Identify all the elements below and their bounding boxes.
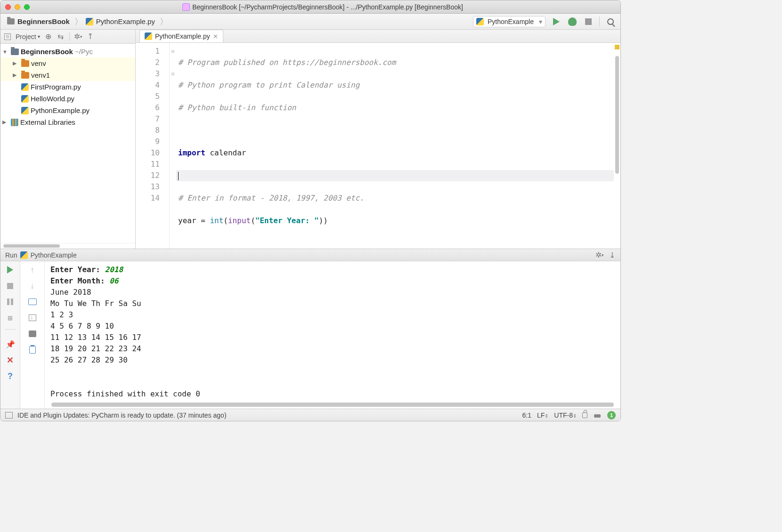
status-right: 6:1 LF⇕ UTF-8⇕ 1 [522, 411, 616, 419]
wrap-icon [28, 298, 37, 305]
project-tree: ▼ BeginnersBook ~/Pyc ▶ venv ▶ venv1 Fir… [0, 44, 135, 243]
chevron-right-icon: ▶ [2, 119, 9, 125]
code-editor[interactable]: 1234567891011121314 ⊖⊖ # Program publish… [136, 43, 620, 249]
minimize-icon[interactable] [15, 4, 20, 10]
hide-icon[interactable]: ⤒ [87, 33, 94, 40]
tree-file[interactable]: FirstProgram.py [0, 81, 135, 93]
tree-root[interactable]: ▼ BeginnersBook ~/Pyc [0, 46, 135, 57]
tool-windows-icon[interactable] [5, 412, 13, 419]
stop-icon [585, 18, 592, 25]
status-bar: IDE and Plugin Updates: PyCharm is ready… [0, 409, 620, 421]
scroll-down-button[interactable]: ↓ [28, 281, 37, 290]
tree-file[interactable]: HelloWorld.py [0, 93, 135, 105]
notifications-badge[interactable]: 1 [607, 411, 616, 419]
x-icon: ✕ [7, 355, 14, 365]
folder-icon [21, 72, 29, 79]
warning-marker[interactable] [615, 45, 619, 49]
tree-root-label: BeginnersBook ~/Pyc [21, 48, 93, 56]
project-panel-icon [4, 33, 11, 40]
file-encoding[interactable]: UTF-8⇕ [554, 411, 577, 419]
run-header: Run PythonExample ✲▾ ⤓ [0, 249, 620, 261]
status-message[interactable]: IDE and Plugin Updates: PyCharm is ready… [17, 411, 227, 419]
close-icon[interactable] [5, 4, 11, 10]
close-button[interactable]: ✕ [6, 355, 15, 365]
clear-button[interactable] [28, 345, 37, 355]
code-content[interactable]: # Program published on https://beginners… [176, 43, 620, 249]
tree-external-libs[interactable]: ▶ External Libraries [0, 116, 135, 128]
run-body: ⊞ 📌 ✕ ? ↑ ↓ Enter Year: 2018 Enter Month… [0, 261, 620, 409]
settings-icon[interactable]: ✲▾ [74, 33, 82, 40]
rerun-button[interactable] [6, 265, 15, 274]
sidebar-h-scrollbar[interactable] [0, 243, 135, 249]
folder-icon [11, 48, 19, 55]
caret-position[interactable]: 6:1 [522, 411, 531, 419]
locate-icon[interactable]: ⊕ [45, 33, 52, 40]
layout-button[interactable]: ⊞ [6, 313, 15, 322]
tree-file[interactable]: PythonExample.py [0, 105, 135, 116]
sidebar-title[interactable]: Project▾ [16, 33, 40, 40]
search-icon [607, 18, 614, 25]
debug-button[interactable] [567, 16, 578, 27]
stop-button[interactable] [583, 16, 594, 27]
editor-tabbar: PythonExample.py ✕ [136, 30, 620, 43]
toolbar-right: PythonExample [473, 16, 616, 27]
stop-icon [7, 283, 13, 289]
line-gutter: 1234567891011121314 [136, 43, 170, 249]
pause-button[interactable] [6, 297, 15, 306]
chevron-right-icon: 〉 [73, 16, 84, 27]
separator [599, 16, 600, 27]
chevron-right-icon: ▶ [13, 60, 19, 66]
chevron-right-icon: 〉 [159, 16, 169, 27]
tree-folder-venv[interactable]: ▶ venv [0, 57, 135, 69]
export-button[interactable] [28, 313, 37, 322]
console-output[interactable]: Enter Year: 2018 Enter Month: 06 June 20… [45, 261, 620, 409]
editor-tab[interactable]: PythonExample.py ✕ [139, 30, 223, 42]
close-icon[interactable]: ✕ [213, 33, 218, 40]
scroll-up-button[interactable]: ↑ [28, 265, 37, 274]
bug-icon [568, 17, 577, 26]
project-sidebar: Project▾ ⊕ ⇆ ✲▾ ⤒ ▼ BeginnersBook ~/Pyc … [0, 30, 136, 249]
lock-icon[interactable] [582, 412, 587, 418]
breadcrumb-file-label: PythonExample.py [96, 17, 155, 25]
pin-button[interactable]: 📌 [6, 339, 15, 349]
inspector-icon[interactable] [593, 412, 602, 419]
print-button[interactable] [28, 329, 37, 339]
maximize-icon[interactable] [24, 4, 30, 10]
pause-icon [7, 298, 13, 305]
line-separator[interactable]: LF⇕ [537, 411, 548, 419]
python-icon [21, 95, 29, 103]
collapse-icon[interactable]: ⇆ [57, 33, 65, 40]
breadcrumb-project[interactable]: BeginnersBook [5, 17, 73, 25]
titlebar: BeginnersBook [~/PycharmProjects/Beginne… [0, 0, 620, 14]
download-icon [29, 314, 36, 321]
editor-v-scrollbar[interactable] [615, 56, 619, 174]
console-h-scrollbar[interactable] [51, 403, 614, 407]
search-button[interactable] [605, 16, 616, 27]
library-icon [11, 119, 18, 126]
python-icon [86, 18, 93, 25]
breadcrumb: BeginnersBook 〉 PythonExample.py 〉 [5, 16, 169, 27]
stop-button[interactable] [6, 281, 15, 290]
run-panel: Run PythonExample ✲▾ ⤓ ⊞ 📌 ✕ ? ↑ ↓ [0, 249, 620, 409]
wrap-button[interactable] [28, 297, 37, 306]
gear-icon[interactable]: ✲▾ [596, 251, 603, 259]
play-icon [553, 18, 560, 25]
tree-folder-venv1[interactable]: ▶ venv1 [0, 69, 135, 81]
pin-icon: 📌 [6, 340, 15, 349]
sidebar-header: Project▾ ⊕ ⇆ ✲▾ ⤒ [0, 30, 135, 44]
tree-item-label: PythonExample.py [31, 106, 90, 114]
run-config-label: PythonExample [488, 18, 534, 25]
run-button[interactable] [551, 16, 562, 27]
help-button[interactable]: ? [6, 371, 15, 381]
python-icon [145, 32, 152, 40]
main-area: Project▾ ⊕ ⇆ ✲▾ ⤒ ▼ BeginnersBook ~/Pyc … [0, 30, 620, 249]
window-title: BeginnersBook [~/PycharmProjects/Beginne… [30, 3, 616, 11]
run-left-toolbar: ⊞ 📌 ✕ ? [0, 261, 20, 409]
tree-item-label: venv1 [31, 71, 50, 79]
play-icon [7, 266, 13, 274]
breadcrumb-file[interactable]: PythonExample.py [84, 17, 159, 25]
tree-item-label: venv [31, 59, 46, 67]
download-icon[interactable]: ⤓ [608, 251, 616, 259]
run-header-name: PythonExample [31, 251, 77, 259]
run-config-select[interactable]: PythonExample [473, 16, 546, 27]
